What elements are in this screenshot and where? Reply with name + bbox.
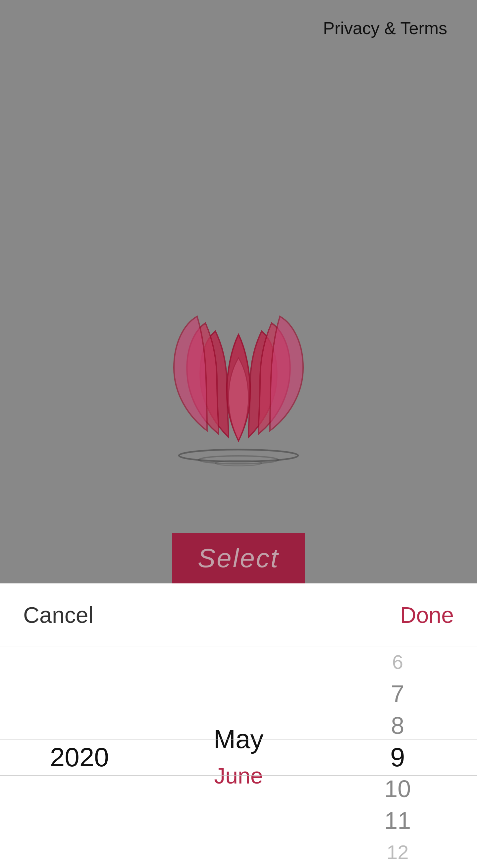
background-overlay: Privacy & Terms Select	[0, 0, 477, 583]
select-button[interactable]: Select	[172, 533, 305, 583]
picker-day-item-11[interactable]: 11	[318, 805, 477, 837]
logo-container	[119, 285, 358, 490]
picker-year-item[interactable]: 2020	[0, 739, 159, 776]
picker-month-item-may[interactable]: May	[159, 721, 318, 757]
picker-month-item-june[interactable]: June	[159, 757, 318, 794]
lotus-icon	[136, 302, 341, 474]
svg-point-1	[199, 456, 278, 464]
cancel-button[interactable]: Cancel	[23, 602, 93, 628]
picker-year-column[interactable]: 2020	[0, 646, 159, 868]
picker-day-item-8[interactable]: 8	[318, 710, 477, 741]
picker-day-item-7[interactable]: 7	[318, 678, 477, 710]
date-picker[interactable]: Cancel Done 2020 May June 6 7 8 9 10 11 …	[0, 583, 477, 868]
done-button[interactable]: Done	[400, 602, 454, 628]
picker-day-column[interactable]: 6 7 8 9 10 11 12	[318, 646, 477, 868]
privacy-terms-link[interactable]: Privacy & Terms	[323, 18, 447, 38]
picker-day-item-10[interactable]: 10	[318, 773, 477, 805]
picker-day-item-6[interactable]: 6	[318, 646, 477, 678]
select-button-label: Select	[198, 543, 279, 574]
picker-wheels[interactable]: 2020 May June 6 7 8 9 10 11 12	[0, 646, 477, 868]
picker-day-item-9[interactable]: 9	[318, 741, 477, 773]
picker-day-item-12[interactable]: 12	[318, 836, 477, 868]
picker-header: Cancel Done	[0, 583, 477, 646]
picker-month-column[interactable]: May June	[159, 646, 318, 868]
